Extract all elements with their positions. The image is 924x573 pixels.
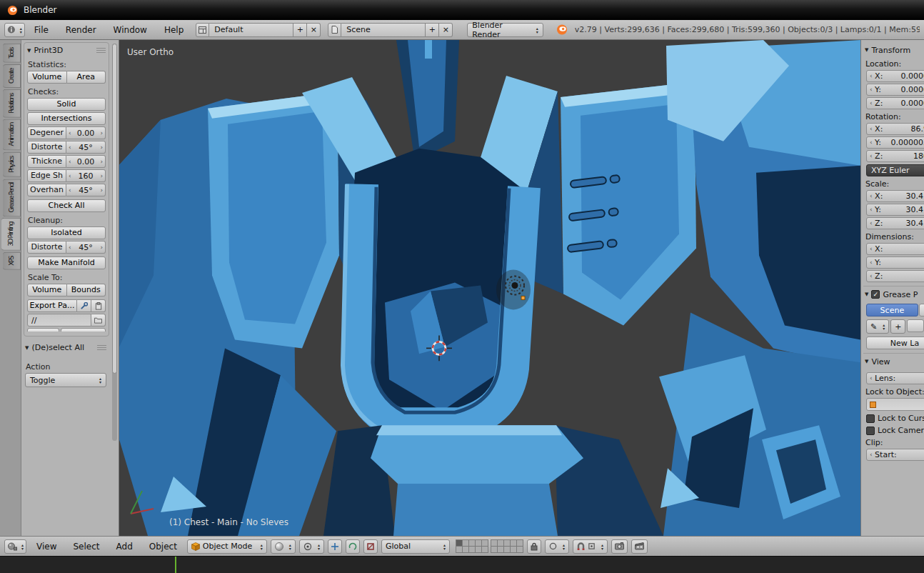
rotation-mode-dropdown[interactable]: XYZ Euler [866, 164, 924, 176]
grease-source-object-button[interactable] [919, 304, 924, 317]
volume-button[interactable]: Volume [27, 71, 67, 84]
clip-start-field[interactable]: ‹ Start: [866, 449, 924, 461]
decrement-icon[interactable]: ‹ [870, 375, 873, 382]
menu-add[interactable]: Add [110, 542, 139, 552]
print3d-panel-header[interactable]: ▼ Print3D [27, 44, 106, 56]
increment-icon[interactable]: › [100, 187, 103, 194]
thickness-value-field[interactable]: ‹ 0.00 › [66, 155, 106, 168]
decrement-icon[interactable]: ‹ [870, 193, 873, 199]
transform-orientation-dropdown[interactable]: Global ▴▾ [381, 539, 450, 554]
tab-relations[interactable]: Relations [3, 89, 21, 118]
screen-layout-name[interactable]: Default [209, 23, 293, 37]
manipulator-scale-toggle[interactable] [363, 539, 378, 554]
decrement-icon[interactable]: ‹ [870, 100, 873, 106]
decrement-icon[interactable]: ‹ [69, 130, 71, 136]
menu-object[interactable]: Object [143, 542, 184, 552]
grease-pencil-panel-header[interactable]: ▼ ✓ Grease P [865, 288, 924, 301]
export-format-button[interactable] [77, 299, 91, 312]
export-copy-button[interactable] [91, 299, 106, 312]
3d-viewport[interactable]: User Ortho (1) Chest - Main - No Sleves [119, 40, 860, 536]
snap-dropdown[interactable]: ▴▾ [573, 539, 608, 554]
lock-object-field[interactable] [866, 398, 924, 411]
scene-browse-button[interactable] [328, 23, 341, 37]
decrement-icon[interactable]: ‹ [870, 153, 873, 159]
dimensions-y-field[interactable]: ‹ Y: [866, 256, 924, 269]
grease-pencil-checkbox[interactable]: ✓ [871, 290, 880, 299]
dimensions-x-field[interactable]: ‹ X: [866, 243, 924, 255]
menu-file[interactable]: File [26, 21, 56, 39]
distorted-value-field[interactable]: ‹ 45° › [66, 141, 106, 154]
transform-panel-header[interactable]: ▼ Transform [865, 44, 924, 56]
panel-grip-icon[interactable] [96, 48, 106, 54]
check-thickness-button[interactable]: Thickne [27, 155, 66, 168]
decrement-icon[interactable]: ‹ [69, 144, 71, 151]
increment-icon[interactable]: › [100, 244, 103, 251]
check-overhang-button[interactable]: Overhan [27, 184, 66, 196]
tab-tools[interactable]: Tools [3, 44, 21, 63]
make-manifold-button[interactable]: Make Manifold [27, 256, 106, 269]
increment-icon[interactable]: › [100, 173, 103, 179]
check-distorted-button[interactable]: Distorte [27, 141, 66, 154]
scale-z-field[interactable]: ‹ Z: 30.41 [866, 217, 924, 229]
clipped-button[interactable] [27, 328, 59, 332]
tool-shelf-scrollbar-thumb[interactable] [112, 44, 117, 374]
manipulator-translate-toggle[interactable] [328, 539, 342, 554]
editor-type-info-button[interactable]: ▴▾ [4, 23, 25, 37]
render-engine-selector[interactable]: Blender Render ▴▾ [467, 23, 543, 37]
check-intersections-button[interactable]: Intersections [27, 112, 106, 125]
decrement-icon[interactable]: ‹ [870, 246, 873, 252]
decrement-icon[interactable]: ‹ [69, 159, 71, 165]
check-all-button[interactable]: Check All [27, 199, 106, 212]
decrement-icon[interactable]: ‹ [69, 173, 71, 179]
increment-icon[interactable]: › [100, 130, 103, 136]
deselect-all-panel-header[interactable]: ▼ (De)select All [25, 342, 106, 354]
grease-source-scene-button[interactable]: Scene [866, 304, 918, 317]
screen-layout-delete-button[interactable]: × [307, 23, 321, 37]
lock-to-scene-toggle[interactable] [527, 539, 541, 554]
new-layer-button[interactable]: New La [866, 337, 924, 349]
layer-cell[interactable] [516, 546, 523, 553]
scale-x-field[interactable]: ‹ X: 30.41 [866, 190, 924, 202]
degenerate-value-field[interactable]: ‹ 0.00 › [66, 126, 106, 139]
export-path-field[interactable]: // [27, 314, 91, 327]
tab-grease-pencil[interactable]: Grease Pencil [3, 179, 21, 216]
tab-physics[interactable]: Physics [3, 152, 21, 177]
cleanup-isolated-button[interactable]: Isolated [27, 226, 106, 239]
check-degenerate-button[interactable]: Degener [27, 126, 66, 139]
decrement-icon[interactable]: ‹ [870, 273, 873, 279]
layer-cell[interactable] [481, 546, 488, 553]
cleanup-distorted-button[interactable]: Distorte [27, 241, 66, 254]
location-x-field[interactable]: ‹ X: 0.0000 [866, 70, 924, 82]
lock-camera-checkbox[interactable] [866, 427, 875, 435]
location-y-field[interactable]: ‹ Y: 0.0000 [866, 84, 924, 96]
decrement-icon[interactable]: ‹ [870, 259, 873, 266]
decrement-icon[interactable]: ‹ [69, 244, 71, 251]
scale-y-field[interactable]: ‹ Y: 30.41 [866, 204, 924, 216]
decrement-icon[interactable]: ‹ [870, 73, 873, 79]
decrement-icon[interactable]: ‹ [870, 220, 873, 226]
cleanup-distorted-value-field[interactable]: ‹ 45° › [66, 241, 106, 254]
check-solid-button[interactable]: Solid [27, 98, 106, 111]
scale-volume-button[interactable]: Volume [27, 284, 67, 297]
clipped-button[interactable] [907, 319, 924, 332]
panel-grip-icon[interactable] [97, 345, 106, 351]
pivot-point-dropdown[interactable]: ▴▾ [299, 539, 324, 554]
tab-animation[interactable]: Animation [3, 119, 21, 150]
lens-field[interactable]: ‹ Lens: [866, 372, 924, 384]
increment-icon[interactable]: › [100, 159, 103, 165]
check-edge-sharp-button[interactable]: Edge Sh [27, 169, 66, 182]
decrement-icon[interactable]: ‹ [870, 206, 873, 213]
menu-view[interactable]: View [30, 542, 63, 552]
manipulator-rotate-toggle[interactable] [346, 539, 360, 554]
view-panel-header[interactable]: ▼ View [865, 355, 924, 368]
tab-3d-printing[interactable]: 3D Printing [1, 218, 21, 251]
opengl-render-anim-button[interactable] [631, 539, 648, 554]
timeline-strip[interactable] [0, 556, 924, 573]
rotation-y-field[interactable]: ‹ Y: 0.000003 [866, 136, 924, 149]
scene-delete-button[interactable]: × [439, 23, 453, 37]
decrement-icon[interactable]: ‹ [870, 452, 873, 458]
action-dropdown[interactable]: Toggle ▴▾ [25, 373, 106, 387]
menu-window[interactable]: Window [106, 21, 155, 39]
edge-sharp-value-field[interactable]: ‹ 160 › [66, 169, 106, 182]
viewport-shading-dropdown[interactable]: ▴▾ [271, 539, 296, 554]
